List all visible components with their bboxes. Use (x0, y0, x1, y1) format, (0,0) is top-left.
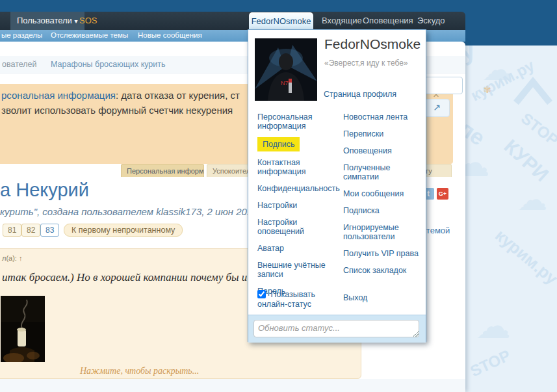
external-link-icon: ↗ (433, 102, 441, 112)
online-status-checkbox[interactable] (257, 290, 266, 298)
status-update-input[interactable] (253, 320, 419, 337)
tab-notch (159, 164, 166, 164)
menu-bookmarks[interactable]: Список закладок (343, 266, 425, 275)
watermark-roof-shape (513, 77, 552, 107)
page-number-83-current[interactable]: 83 (40, 224, 59, 237)
quote-attribution[interactable]: л(а): ↑ (2, 254, 22, 262)
page-title: а Некурий (0, 179, 89, 201)
candle-image (1, 296, 45, 362)
anchor-tab-soothing[interactable]: Успокоительн (207, 164, 248, 177)
account-tab-escudo[interactable]: Эскудо (417, 12, 445, 30)
menu-alert-preferences[interactable]: Настройки оповещений (257, 218, 334, 236)
menu-ignored-users[interactable]: Игнорируемые пользователи (343, 223, 425, 241)
menu-alerts[interactable]: Оповещения (343, 146, 425, 155)
menu-conversations[interactable]: Переписки (343, 129, 425, 138)
subnav-item-new-posts[interactable]: Новые сообщения (138, 31, 202, 39)
googleplus-share-icon[interactable]: G+ (437, 188, 448, 200)
logout-link[interactable]: Выход (343, 293, 367, 302)
dropdown-user-status: «Эверест,я иду к тебе» (324, 59, 408, 68)
highlighted-label: Подпись (257, 137, 300, 151)
chevron-down-icon: ▾ (74, 18, 77, 25)
watermark-text: STOP (467, 346, 513, 381)
anchor-tab-personal[interactable]: Персональная информация (121, 164, 204, 177)
menu-my-posts[interactable]: Мои сообщения (343, 189, 425, 198)
external-link-button[interactable]: ↗ (424, 99, 450, 117)
cloud-shape: ☁ (476, 306, 511, 346)
notice-line1: рсональная информация: дата отказа от ку… (1, 90, 240, 101)
breadcrumb-link[interactable]: Марафоны бросающих курить (51, 60, 166, 69)
dropdown-username: FedorNOsmoke (324, 36, 421, 52)
background-watermark: ☁ ☁ ☁ ☁ курим.ру у ле STOP КУРИ курим.ру… (463, 0, 557, 392)
online-status-label: Показывать онлайн-статус (257, 290, 315, 309)
account-tab-active[interactable]: FedorNOsmoke (249, 12, 313, 30)
nav-users-label: Пользователи (17, 16, 72, 25)
nav-tab-users[interactable]: Пользователи ▾ (10, 12, 84, 30)
anchor-tab-label: Успокоительн (213, 167, 248, 175)
menu-get-vip[interactable]: Получить VIP права (343, 249, 425, 258)
menu-contact-info[interactable]: Контактная информация (257, 158, 334, 176)
menu-external-accounts[interactable]: Внешние учётные записи (257, 261, 334, 279)
svg-text:N7: N7 (281, 80, 289, 86)
anchor-tab-label: Персональная информация (127, 167, 204, 175)
menu-avatar[interactable]: Аватар (257, 244, 334, 253)
subnav-item-watched[interactable]: Отслеживаемые темы (51, 31, 128, 39)
notice-line1-rest: : дата отказа от курения, ст (116, 90, 240, 101)
menu-preferences[interactable]: Настройки (257, 201, 334, 210)
menu-news-feed[interactable]: Новостная лента (343, 112, 425, 122)
first-unread-button[interactable]: К первому непрочитанному (64, 224, 183, 237)
account-tab-alerts[interactable]: Оповещения (363, 12, 413, 30)
search-input[interactable] (422, 77, 463, 94)
breadcrumb-fragment[interactable]: ователей (2, 60, 36, 69)
expand-quote-link[interactable]: Нажмите, чтобы раскрыть... (80, 366, 199, 376)
account-dropdown-panel: N7 FedorNOsmoke «Эверест,я иду к тебе» С… (248, 29, 426, 342)
page-number-81[interactable]: 81 (3, 224, 21, 237)
main-navbar: Пользователи ▾ SOS FedorNOsmoke Входящие… (0, 12, 465, 30)
profile-page-link[interactable]: Страница профиля (324, 90, 396, 99)
menu-signature[interactable]: Подпись (257, 138, 334, 150)
menu-subscription[interactable]: Подписка (343, 206, 425, 215)
nav-tab-sos[interactable]: SOS (79, 12, 97, 30)
dropdown-right-menu: Новостная лента Переписки Оповещения Пол… (343, 112, 425, 275)
account-tab-inbox[interactable]: Входящие (322, 12, 362, 30)
page-number-82[interactable]: 82 (21, 224, 40, 237)
subnav-item-sections[interactable]: ые разделы (1, 31, 42, 39)
page-bottom-strip (0, 379, 465, 392)
notice-link[interactable]: рсональная информация (1, 90, 116, 101)
cloud-shape: ☁ (517, 182, 547, 217)
avatar[interactable]: N7 (255, 38, 317, 101)
menu-privacy[interactable]: Конфиденциальность (257, 184, 334, 193)
menu-personal-info[interactable]: Персональная информация (257, 112, 334, 131)
menu-likes-received[interactable]: Полученные симпатии (343, 163, 425, 181)
thread-info: курить", создана пользователем klassik17… (0, 206, 261, 217)
notice-line2: зволит использовать форумный счетчик нек… (1, 105, 233, 116)
status-update-footer (248, 315, 426, 343)
dropdown-left-menu: Персональная информация Подпись Контактн… (257, 112, 334, 296)
watermark-text: курим.ру (491, 226, 557, 289)
online-status-row: Показывать онлайн-статус (257, 290, 335, 309)
watermark-accent-glyph: ✾ (484, 85, 491, 95)
